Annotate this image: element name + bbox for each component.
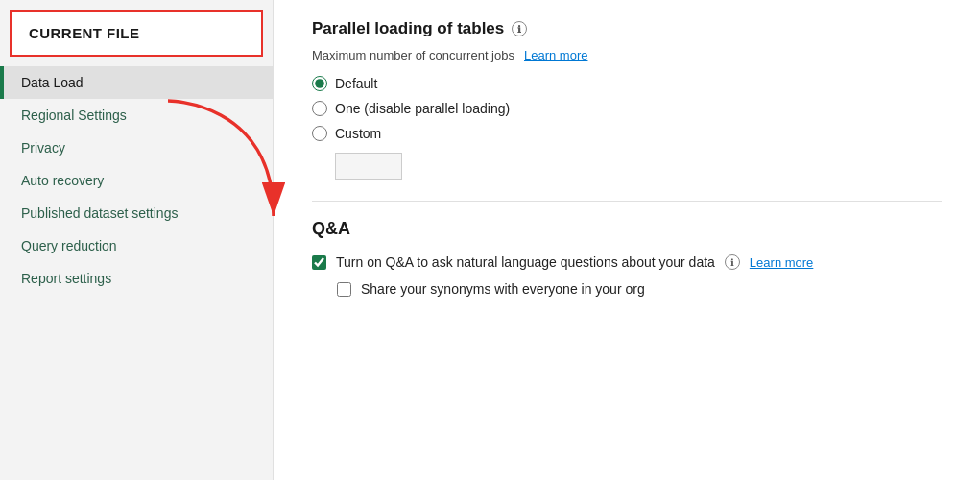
radio-custom-input[interactable] [312,126,327,141]
sidebar-header-text: CURRENT FILE [29,25,139,41]
max-concurrent-row: Maximum number of concurrent jobs Learn … [312,48,942,62]
sidebar-nav: Data Load Regional Settings Privacy Auto… [0,62,273,299]
qa-checkbox-input[interactable] [312,255,326,270]
learn-more-parallel-link[interactable]: Learn more [524,48,587,62]
sidebar-item-regional-settings-label: Regional Settings [21,108,127,123]
sidebar-header: CURRENT FILE [10,10,263,57]
qa-checkbox-label: Turn on Q&A to ask natural language ques… [336,254,715,270]
learn-more-qa-link[interactable]: Learn more [750,255,813,270]
synonyms-checkbox-label: Share your synonyms with everyone in you… [361,281,645,297]
radio-custom-label: Custom [335,126,381,141]
sidebar-item-data-load-label: Data Load [21,75,84,90]
sidebar-item-data-load[interactable]: Data Load [0,66,273,99]
qa-info-icon[interactable]: ℹ [725,254,740,270]
radio-custom-option[interactable]: Custom [312,126,942,141]
sidebar-item-published-dataset-settings[interactable]: Published dataset settings [0,197,273,229]
parallel-loading-title: Parallel loading of tables ℹ [312,19,942,38]
sidebar-item-query-reduction-label: Query reduction [21,238,117,253]
radio-default-label: Default [335,76,377,91]
qa-section: Q&A Turn on Q&A to ask natural language … [312,219,942,297]
synonyms-checkbox-input[interactable] [337,282,351,297]
sidebar-item-report-settings-label: Report settings [21,271,111,286]
max-concurrent-label: Maximum number of concurrent jobs [312,48,514,62]
main-content: Parallel loading of tables ℹ Maximum num… [274,0,980,480]
parallel-loading-radio-group: Default One (disable parallel loading) C… [312,76,942,180]
radio-default-input[interactable] [312,76,327,91]
sidebar-item-published-dataset-settings-label: Published dataset settings [21,205,178,221]
custom-jobs-input[interactable] [335,153,402,180]
parallel-loading-title-text: Parallel loading of tables [312,19,504,38]
sidebar-item-privacy[interactable]: Privacy [0,132,273,164]
radio-one-option[interactable]: One (disable parallel loading) [312,101,942,116]
radio-one-input[interactable] [312,101,327,116]
synonyms-checkbox-row: Share your synonyms with everyone in you… [337,281,942,297]
sidebar-item-privacy-label: Privacy [21,140,65,156]
sidebar-item-auto-recovery-label: Auto recovery [21,173,104,188]
sidebar-item-report-settings[interactable]: Report settings [0,262,273,295]
sidebar: CURRENT FILE Data Load Regional Settings… [0,0,274,480]
qa-checkbox-row: Turn on Q&A to ask natural language ques… [312,254,942,270]
parallel-loading-info-icon[interactable]: ℹ [512,21,527,36]
radio-default-option[interactable]: Default [312,76,942,91]
section-divider [312,201,942,202]
qa-title: Q&A [312,219,942,239]
radio-one-label: One (disable parallel loading) [335,101,510,116]
sidebar-item-regional-settings[interactable]: Regional Settings [0,99,273,132]
sidebar-item-query-reduction[interactable]: Query reduction [0,229,273,262]
sidebar-item-auto-recovery[interactable]: Auto recovery [0,164,273,197]
